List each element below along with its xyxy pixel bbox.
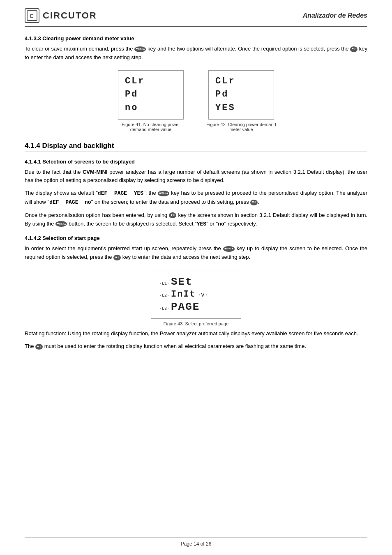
fig43-line2: ·L2· InIt ·v· (159, 290, 233, 299)
page-header: C CIRCUTOR Analizador de Redes (25, 8, 367, 27)
figures-41-42: CLr Pd no Figure 41. No-clearing power d… (25, 70, 367, 132)
section-4141: 4.1.4.1 Selection of screens to be displ… (25, 159, 367, 229)
fig42-line2: Pd (215, 89, 267, 100)
header-subtitle: Analizador de Redes (303, 12, 367, 19)
figure-42-caption: Figure 42. Clearing power demand meter v… (204, 122, 278, 132)
logo-text: CIRCUTOR (43, 10, 97, 21)
section-4141-para2: The display shows as default "dEF PAGE Y… (25, 189, 367, 207)
figure-43-display: ·L1· SEt ·L2· InIt ·v· ·L3· PAGE (151, 270, 241, 319)
section-414: 4.1.4 Display and backlight 4.1.4.1 Sele… (25, 142, 367, 351)
figure-43-caption: Figure 43. Select preferred page (164, 321, 228, 326)
figure-42-display: CLr Pd YES (208, 70, 274, 120)
page-number: Page 14 of 26 (181, 541, 212, 547)
fig42-line3: YES (215, 103, 267, 113)
fig41-line3: no (125, 103, 177, 113)
section-4141-para1: Due to the fact that the CVM-MINI power … (25, 168, 367, 185)
figure-42: CLr Pd YES Figure 42. Clearing power dem… (204, 70, 278, 132)
section-4133-para1: To clear or save maximum demand, press t… (25, 45, 367, 62)
page-footer: Page 14 of 26 (25, 537, 367, 547)
max-key-icon-2: ●max▲ (158, 191, 169, 196)
fig42-line1: CLr (215, 76, 267, 87)
enter-key-icon-4: ●⇕ (113, 255, 121, 260)
fig43-line1: ·L1· SEt (159, 276, 233, 288)
figure-41-display: CLr Pd no (118, 70, 184, 120)
max-key-icon-3: ●max▲ (55, 221, 67, 227)
fig43-line3: ·L3· PAGE (159, 301, 233, 313)
fig41-line1: CLr (125, 76, 177, 87)
figure-43: ·L1· SEt ·L2· InIt ·v· ·L3· PAGE Figure … (25, 270, 367, 326)
logo: C CIRCUTOR (25, 8, 97, 23)
section-4142-para3: The ●⇕ must be used to enter the rotatin… (25, 342, 367, 351)
max-key-icon-4: ●max▲ (223, 246, 235, 252)
fig41-line2: Pd (125, 89, 177, 100)
section-4142-para2: Rotating function: Using the rotating di… (25, 329, 367, 338)
section-4133: 4.1.3.3 Clearing power demand meter valu… (25, 35, 367, 132)
section-4141-heading: 4.1.4.1 Selection of screens to be displ… (25, 159, 367, 165)
section-414-heading: 4.1.4 Display and backlight (25, 142, 367, 152)
section-4133-heading: 4.1.3.3 Clearing power demand meter valu… (25, 35, 367, 41)
section-4142: 4.1.4.2 Selection of start page In order… (25, 235, 367, 351)
page-wrapper: C CIRCUTOR Analizador de Redes 4.1.3.3 C… (0, 0, 392, 555)
section-4142-heading: 4.1.4.2 Selection of start page (25, 235, 367, 241)
section-4142-para1: In order to select the equipment's prefe… (25, 244, 367, 262)
enter-key-icon-1: ●⇕ (350, 46, 357, 52)
enter-key-icon-2: ●⇕ (250, 200, 258, 205)
figure-41: CLr Pd no Figure 41. No-clearing power d… (114, 70, 188, 132)
max-key-icon-1: ●max▲ (134, 46, 146, 52)
enter-key-icon-5: ●⇕ (35, 344, 43, 350)
svg-text:C: C (30, 13, 35, 19)
logo-icon: C (25, 8, 39, 23)
figure-41-caption: Figure 41. No-clearing power demand mete… (114, 122, 188, 132)
enter-key-icon-3: ●⇕ (169, 212, 176, 218)
section-4141-para3: Once the personalisation option has been… (25, 211, 367, 229)
